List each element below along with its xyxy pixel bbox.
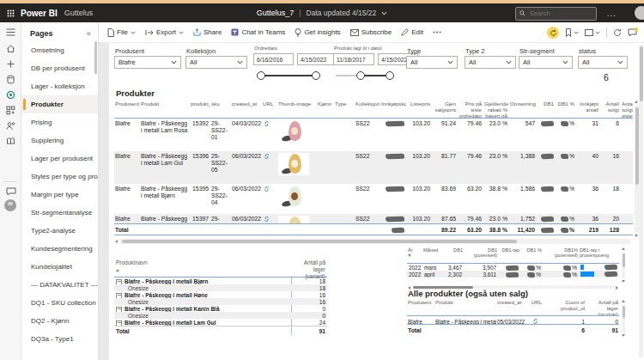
column-header[interactable]: produkt_id [190, 99, 210, 118]
column-header[interactable]: DB1-tap i prosentpoeng [579, 246, 619, 263]
column-header[interactable]: Måned [422, 246, 441, 263]
ordredato-from-input[interactable]: 6/16/2016 [253, 53, 294, 65]
db1-vscrollbar[interactable] [622, 253, 625, 278]
alle-produkter-vscrollbar[interactable] [622, 305, 625, 333]
column-header[interactable]: Thumb-image [277, 99, 317, 118]
waffle-menu-icon[interactable] [7, 9, 15, 17]
home-icon[interactable] [5, 43, 16, 54]
page-item[interactable]: --- DATAKVALITET --- [21, 276, 98, 294]
ordredato-to-input[interactable]: 4/15/2022 [297, 53, 337, 65]
filter-type-dropdown[interactable]: All [406, 56, 458, 69]
bookmarks-button[interactable] [565, 28, 579, 37]
appbar-more-button[interactable]: ... [607, 9, 617, 18]
page-item[interactable]: DQ1 - SKU collection [21, 294, 98, 312]
edit-button[interactable]: Edit [401, 28, 423, 36]
table-row[interactable]: Blafre Blafre - Påskeegg i metall 15397 … [114, 214, 633, 223]
page-item[interactable]: Type2-analyse [21, 222, 98, 240]
scroll-up-arrow[interactable] [622, 300, 625, 302]
url-link-icon[interactable] [531, 316, 548, 324]
column-header[interactable]: Gjeldende rabatt % basert på omsetning [483, 99, 509, 118]
scroll-down-arrow[interactable] [622, 280, 625, 283]
filter-produsent-dropdown[interactable]: Blafre [114, 56, 181, 69]
table-row[interactable]: Blafre Blafre - Påskeegg i metall Lam Gu… [114, 151, 633, 184]
tree-row[interactable]: Blafre - Påskeegg i metall Lam Gul 24 [114, 319, 327, 326]
scroll-left-arrow[interactable] [115, 240, 118, 243]
slider-handle[interactable] [312, 71, 320, 80]
slider-handle[interactable] [356, 71, 365, 80]
column-header[interactable]: Type [334, 99, 355, 118]
filter-kolleksjon-dropdown[interactable]: All [185, 56, 247, 69]
page-item[interactable]: Prising [21, 113, 98, 131]
column-header[interactable]: created_at [496, 298, 531, 315]
get-insights-button[interactable]: Get insights [295, 28, 340, 37]
page-item[interactable]: Str-segmentanalyse [21, 204, 98, 222]
comments-button[interactable] [628, 28, 637, 37]
column-header[interactable]: Omsetning [509, 99, 537, 118]
column-header[interactable]: Kolleksjon [355, 99, 380, 118]
lagt-til-from-input[interactable]: 11/18/2017 [333, 53, 374, 65]
file-menu[interactable]: File [107, 28, 136, 37]
column-header[interactable]: Antall solgt siste 14 dag [621, 99, 633, 118]
filter-status-dropdown[interactable]: All [578, 56, 628, 69]
search-box[interactable] [515, 7, 597, 21]
column-header[interactable]: Produsent [114, 99, 140, 118]
reset-default-view-icon[interactable] [547, 27, 559, 39]
search-input[interactable] [528, 9, 583, 18]
collapse-pages-icon[interactable]: « [87, 29, 91, 38]
page-item[interactable]: Lager - kolleksjon [21, 77, 98, 95]
metrics-goals-icon[interactable] [5, 89, 16, 101]
scroll-right-arrow[interactable] [616, 286, 618, 290]
column-header[interactable]: Produktnavn [114, 258, 291, 277]
column-header[interactable]: created_at [231, 99, 262, 118]
scroll-down-arrow[interactable] [635, 235, 638, 237]
refresh-button[interactable] [613, 28, 622, 37]
url-link-icon[interactable] [262, 151, 277, 184]
table-row[interactable]: Blafre Blafre - Påskeegg i metall Lam Ro… [114, 119, 633, 151]
workspace-name[interactable]: Guttelus [64, 9, 94, 17]
page-item[interactable]: Omsetning [21, 41, 98, 59]
column-header[interactable]: DB1 (potensiell) [464, 246, 498, 263]
column-header[interactable]: DB1% (potensiell) [543, 246, 579, 263]
user-avatar[interactable] [635, 6, 644, 20]
column-header[interactable]: URL [531, 298, 548, 315]
column-header[interactable]: DB1 % [520, 246, 543, 263]
tree-row[interactable]: Onesize 18 [114, 284, 327, 291]
table-row[interactable]: Blafre Blafre - Påskeegg i metall Bjørn … [114, 184, 633, 214]
column-header[interactable]: Antall på lager (produkt) [586, 298, 619, 315]
column-header[interactable]: Produkt [434, 298, 496, 315]
url-link-icon[interactable] [262, 214, 277, 223]
chat-in-teams-button[interactable]: Chat in Teams [231, 28, 285, 36]
scroll-up-arrow[interactable] [622, 247, 625, 250]
page-item[interactable]: Margin per type [21, 186, 98, 204]
share-button[interactable]: Share [193, 28, 222, 36]
column-header[interactable]: DB1 [537, 99, 556, 118]
data-updated-label[interactable]: Data updated 4/15/22 [307, 9, 377, 17]
column-header[interactable]: Antall solgt [600, 99, 621, 118]
column-header[interactable]: Produkt [140, 99, 190, 118]
column-header[interactable]: Innkjøpskost [380, 99, 406, 118]
scroll-up-arrow[interactable] [635, 101, 638, 103]
column-header[interactable]: Antall på lager (variant) [291, 258, 327, 277]
column-header[interactable]: Pris på siste ordredato [458, 99, 483, 118]
page-item[interactable]: Supplering [21, 131, 98, 149]
column-header[interactable]: Count of product_id [548, 298, 586, 315]
subscribe-button[interactable]: Subscribe [350, 28, 392, 36]
tree-row[interactable]: Blafre - Påskeegg i metall Kanin Blå 0 [114, 305, 327, 312]
page-item[interactable]: Lager per produsent [21, 149, 98, 168]
column-header[interactable]: Produsent [407, 298, 434, 315]
slider-handle[interactable] [257, 71, 265, 80]
scroll-down-arrow[interactable] [622, 334, 625, 337]
column-header[interactable]: URL [262, 99, 277, 118]
hamburger-menu-icon[interactable] [5, 27, 16, 38]
export-menu[interactable]: Export [145, 28, 184, 36]
sharing-people-icon[interactable] [5, 120, 16, 131]
page-item[interactable]: Styles per type og pro... [21, 168, 98, 186]
filter-str-segment-dropdown[interactable]: All [519, 56, 573, 69]
column-header[interactable]: DB1-tap [498, 246, 520, 263]
page-item[interactable]: Kundesegmentering [21, 240, 98, 258]
column-header[interactable]: DB1 % [556, 99, 576, 118]
data-hub-icon[interactable] [5, 74, 16, 85]
feedback-chat-icon[interactable] [5, 186, 16, 197]
column-header[interactable]: Gjen salgspris [432, 99, 458, 118]
page-item[interactable]: Kundelojalitet [21, 258, 98, 276]
